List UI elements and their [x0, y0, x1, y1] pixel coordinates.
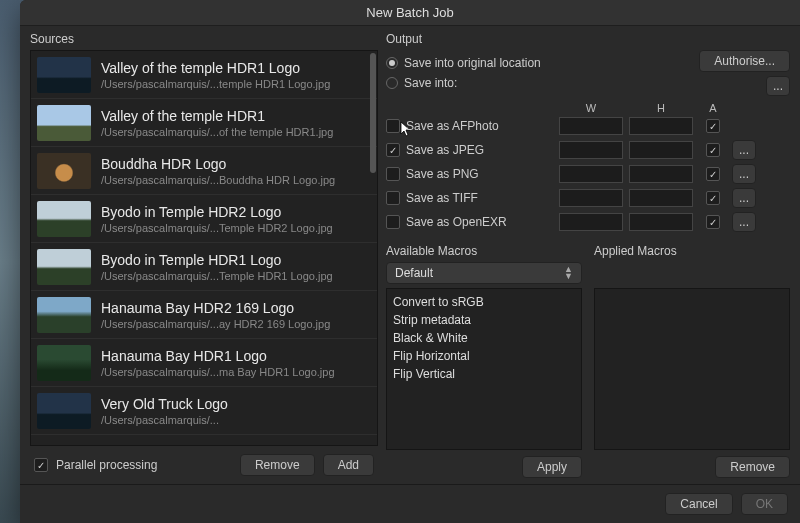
macro-item[interactable]: Black & White — [393, 329, 575, 347]
format-rows: Save as AFPhotoSave as JPEG...Save as PN… — [386, 114, 790, 234]
format-label: Save as JPEG — [406, 143, 484, 157]
width-input[interactable] — [559, 165, 623, 183]
format-label: Save as TIFF — [406, 191, 478, 205]
save-into-more-button[interactable]: ... — [766, 76, 790, 96]
source-text: Hanauma Bay HDR2 169 Logo/Users/pascalma… — [101, 300, 330, 330]
available-macros-list[interactable]: Convert to sRGBStrip metadataBlack & Whi… — [386, 288, 582, 450]
source-row[interactable]: Hanauma Bay HDR2 169 Logo/Users/pascalma… — [31, 291, 377, 339]
source-thumbnail — [37, 249, 91, 285]
remove-macro-button[interactable]: Remove — [715, 456, 790, 478]
width-input[interactable] — [559, 213, 623, 231]
format-more-button[interactable]: ... — [732, 140, 756, 160]
col-w: W — [556, 102, 626, 114]
height-input[interactable] — [629, 189, 693, 207]
source-row[interactable]: Very Old Truck Logo/Users/pascalmarquis/… — [31, 387, 377, 435]
source-title: Bouddha HDR Logo — [101, 156, 335, 172]
width-input[interactable] — [559, 141, 623, 159]
source-thumbnail — [37, 153, 91, 189]
source-text: Byodo in Temple HDR2 Logo/Users/pascalma… — [101, 204, 333, 234]
format-row: Save as AFPhoto — [386, 114, 790, 138]
aspect-checkbox[interactable] — [706, 167, 720, 181]
macros-section: Available Macros Default ▲▼ Convert to s… — [386, 244, 790, 484]
format-row: Save as OpenEXR... — [386, 210, 790, 234]
format-checkbox[interactable] — [386, 191, 400, 205]
parallel-label: Parallel processing — [56, 458, 232, 472]
source-title: Very Old Truck Logo — [101, 396, 228, 412]
format-checkbox[interactable] — [386, 119, 400, 133]
source-row[interactable]: Valley of the temple HDR1 Logo/Users/pas… — [31, 51, 377, 99]
format-label: Save as OpenEXR — [406, 215, 507, 229]
height-input[interactable] — [629, 141, 693, 159]
source-thumbnail — [37, 57, 91, 93]
source-row[interactable]: Byodo in Temple HDR2 Logo/Users/pascalma… — [31, 195, 377, 243]
save-into-radio[interactable] — [386, 77, 398, 89]
applied-macros-label: Applied Macros — [594, 244, 790, 258]
parallel-checkbox[interactable] — [34, 458, 48, 472]
aspect-checkbox[interactable] — [706, 191, 720, 205]
source-row[interactable]: Bouddha HDR Logo/Users/pascalmarquis/...… — [31, 147, 377, 195]
source-title: Byodo in Temple HDR2 Logo — [101, 204, 333, 220]
source-title: Valley of the temple HDR1 — [101, 108, 333, 124]
format-checkbox[interactable] — [386, 215, 400, 229]
save-original-radio[interactable] — [386, 57, 398, 69]
source-row[interactable]: Byodo in Temple HDR1 Logo/Users/pascalma… — [31, 243, 377, 291]
source-row[interactable]: Hanauma Bay HDR1 Logo/Users/pascalmarqui… — [31, 339, 377, 387]
source-thumbnail — [37, 345, 91, 381]
source-scrollbar[interactable] — [370, 53, 376, 173]
height-input[interactable] — [629, 213, 693, 231]
applied-macros-list[interactable] — [594, 288, 790, 450]
source-path: /Users/pascalmarquis/...Temple HDR2 Logo… — [101, 222, 333, 234]
save-into-label: Save into: — [404, 76, 457, 90]
format-row: Save as JPEG... — [386, 138, 790, 162]
height-input[interactable] — [629, 117, 693, 135]
apply-macro-button[interactable]: Apply — [522, 456, 582, 478]
available-macros-label: Available Macros — [386, 244, 582, 258]
remove-source-button[interactable]: Remove — [240, 454, 315, 476]
save-original-label: Save into original location — [404, 56, 541, 70]
ok-button[interactable]: OK — [741, 493, 788, 515]
macro-item[interactable]: Flip Vertical — [393, 365, 575, 383]
source-text: Valley of the temple HDR1/Users/pascalma… — [101, 108, 333, 138]
sources-panel: Sources Valley of the temple HDR1 Logo/U… — [30, 32, 378, 484]
source-text: Very Old Truck Logo/Users/pascalmarquis/… — [101, 396, 228, 426]
col-h: H — [626, 102, 696, 114]
dialog-content: Sources Valley of the temple HDR1 Logo/U… — [20, 26, 800, 484]
source-thumbnail — [37, 201, 91, 237]
aspect-checkbox[interactable] — [706, 143, 720, 157]
authorise-button[interactable]: Authorise... — [699, 50, 790, 72]
sources-footer: Parallel processing Remove Add — [30, 446, 378, 484]
macro-category-value: Default — [395, 266, 433, 280]
source-title: Hanauma Bay HDR2 169 Logo — [101, 300, 330, 316]
macro-item[interactable]: Convert to sRGB — [393, 293, 575, 311]
macro-category-select[interactable]: Default ▲▼ — [386, 262, 582, 284]
source-text: Valley of the temple HDR1 Logo/Users/pas… — [101, 60, 330, 90]
format-row: Save as TIFF... — [386, 186, 790, 210]
dialog-title: New Batch Job — [20, 0, 800, 26]
width-input[interactable] — [559, 117, 623, 135]
aspect-checkbox[interactable] — [706, 119, 720, 133]
source-row[interactable]: Valley of the temple HDR1/Users/pascalma… — [31, 99, 377, 147]
width-input[interactable] — [559, 189, 623, 207]
format-checkbox[interactable] — [386, 143, 400, 157]
cancel-button[interactable]: Cancel — [665, 493, 732, 515]
source-text: Byodo in Temple HDR1 Logo/Users/pascalma… — [101, 252, 333, 282]
format-more-button[interactable]: ... — [732, 188, 756, 208]
updown-icon: ▲▼ — [564, 266, 573, 280]
source-text: Hanauma Bay HDR1 Logo/Users/pascalmarqui… — [101, 348, 335, 378]
format-more-button[interactable]: ... — [732, 212, 756, 232]
applied-macros-col: Applied Macros Remove — [594, 244, 790, 484]
source-title: Hanauma Bay HDR1 Logo — [101, 348, 335, 364]
format-more-button[interactable]: ... — [732, 164, 756, 184]
add-source-button[interactable]: Add — [323, 454, 374, 476]
col-a: A — [696, 102, 730, 114]
height-input[interactable] — [629, 165, 693, 183]
macro-item[interactable]: Strip metadata — [393, 311, 575, 329]
output-label: Output — [386, 32, 790, 46]
batch-job-dialog: New Batch Job Sources Valley of the temp… — [20, 0, 800, 523]
source-path: /Users/pascalmarquis/...ay HDR2 169 Logo… — [101, 318, 330, 330]
format-checkbox[interactable] — [386, 167, 400, 181]
macro-item[interactable]: Flip Horizontal — [393, 347, 575, 365]
aspect-checkbox[interactable] — [706, 215, 720, 229]
format-label: Save as PNG — [406, 167, 479, 181]
source-list[interactable]: Valley of the temple HDR1 Logo/Users/pas… — [30, 50, 378, 446]
